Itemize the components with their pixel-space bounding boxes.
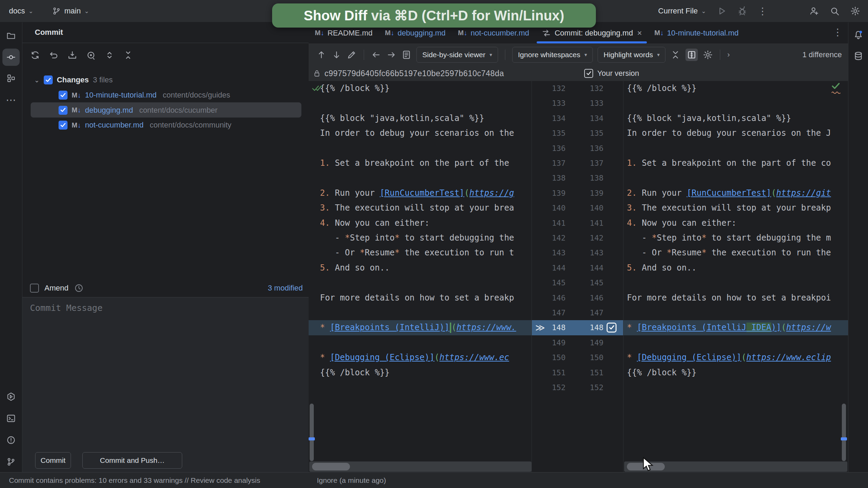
file-checkbox[interactable] (59, 106, 68, 115)
lock-icon (313, 69, 321, 78)
markdown-file-icon: M↓ (72, 106, 81, 114)
right-code-line: 4. Now you can either: (623, 216, 848, 231)
refresh-icon[interactable] (30, 50, 40, 60)
line-number-left: 141 (535, 216, 566, 231)
your-version-title: Your version (584, 66, 639, 81)
close-tab-icon[interactable]: × (637, 28, 642, 38)
right-vertical-scrollbar[interactable] (842, 404, 846, 461)
gutter-row-141: 141141 (532, 216, 623, 231)
expand-toolbar-chevron-icon[interactable]: › (727, 50, 730, 59)
line-number-left: 149 (535, 335, 566, 350)
right-code-line: For more details on how to set a breakpo… (623, 291, 848, 305)
left-code-line: - *Step into* to start debugging the (309, 231, 531, 245)
compare-next-file-icon[interactable] (386, 50, 396, 60)
database-tool-icon[interactable] (852, 50, 865, 62)
shelve-icon[interactable] (67, 50, 78, 60)
highlight-mode-dropdown[interactable]: Highlight words ▾ (598, 47, 665, 63)
rollback-icon[interactable] (49, 50, 59, 60)
services-tool-icon[interactable] (5, 390, 17, 403)
modified-files-link[interactable]: 3 modified (268, 284, 303, 293)
structure-tool-icon[interactable] (5, 72, 17, 84)
file-row-10-minute-tutorial-md[interactable]: M↓10-minute-tutorial.mdcontent/docs/guid… (59, 88, 230, 103)
expand-all-icon[interactable] (104, 50, 115, 60)
file-checkbox[interactable] (59, 91, 68, 100)
file-name: debugging.md (85, 106, 133, 115)
whitespace-dropdown[interactable]: Ignore whitespaces ▾ (512, 47, 593, 63)
tab-10-minute-tutorial-md[interactable]: M↓10-minute-tutorial.md (648, 22, 745, 43)
right-code-line (623, 305, 848, 320)
viewer-mode-value: Side-by-side viewer (422, 51, 485, 59)
branch-selector[interactable]: main ⌄ (52, 7, 89, 16)
left-code-line (309, 141, 531, 156)
kebab-menu-icon[interactable]: ⋮ (758, 6, 767, 17)
line-number-right: 142 (572, 231, 603, 245)
line-number-right: 138 (572, 171, 603, 185)
run-configuration-selector[interactable]: Current File ⌄ (658, 7, 706, 16)
changes-group-row[interactable]: ⌄ Changes 3 files (34, 72, 113, 88)
next-difference-icon[interactable] (331, 50, 342, 60)
inspections-status-icon[interactable] (831, 82, 841, 94)
right-code-line: {{% block "java,kotlin,scala" %}} (623, 111, 848, 126)
chevron-down-icon[interactable]: ⌄ (34, 76, 40, 84)
left-code-line (309, 96, 531, 111)
gutter-row-136: 136136 (532, 141, 623, 156)
problems-tool-icon[interactable] (5, 434, 17, 446)
jump-to-source-pencil-icon[interactable] (347, 50, 357, 60)
left-horizontal-thumb[interactable] (312, 463, 350, 470)
left-code-line (309, 171, 531, 185)
run-button[interactable] (716, 6, 727, 16)
line-number-right: 133 (572, 96, 603, 111)
right-horizontal-scrollbar[interactable] (624, 461, 847, 472)
line-number-right: 150 (572, 350, 603, 365)
git-tool-icon[interactable] (5, 456, 17, 468)
left-code-line: 2. Run your [RunCucumberTest](https://g (309, 186, 531, 201)
left-change-marker[interactable] (309, 437, 315, 440)
commit-and-push-button[interactable]: Commit and Push… (82, 452, 182, 469)
diff-right-pane[interactable]: {{% /block %}}{{% block "java,kotlin,sca… (623, 81, 848, 472)
your-version-checkbox[interactable] (584, 69, 593, 78)
line-number-left: 148 (535, 320, 566, 335)
compare-previous-file-icon[interactable] (371, 50, 381, 60)
debug-button[interactable] (737, 6, 747, 16)
terminal-tool-icon[interactable] (5, 412, 17, 425)
dropdown-arrow-icon: ▾ (489, 52, 492, 58)
status-ignore-link[interactable]: Ignore (a minute ago) (317, 472, 386, 488)
show-diff-preview-icon[interactable] (86, 50, 96, 60)
commit-history-icon[interactable] (74, 283, 84, 293)
amend-checkbox[interactable] (30, 284, 39, 293)
commit-button[interactable]: Commit (35, 452, 71, 469)
diff-settings-gear-icon[interactable] (703, 50, 713, 60)
left-code-line: {{% /block %}} (309, 81, 531, 96)
gutter-row-133: 133133 (532, 96, 623, 111)
right-tool-strip (848, 22, 868, 472)
left-vertical-scrollbar[interactable] (310, 404, 314, 461)
collapse-unchanged-icon[interactable] (670, 50, 681, 60)
include-change-checkbox[interactable] (607, 323, 617, 333)
file-row-not-cucumber-md[interactable]: M↓not-cucumber.mdcontent/docs/community (59, 118, 231, 133)
left-code-line (309, 305, 531, 320)
project-tool-icon[interactable] (5, 29, 17, 42)
file-row-debugging-md[interactable]: M↓debugging.mdcontent/docs/cucumber (59, 103, 218, 118)
tab-options-kebab-icon[interactable]: ⋮ (833, 27, 843, 38)
previous-difference-icon[interactable] (316, 50, 327, 60)
notifications-bell-icon[interactable] (852, 29, 865, 41)
go-to-changed-file-icon[interactable] (401, 50, 412, 60)
viewer-mode-dropdown[interactable]: Side-by-side viewer ▾ (416, 47, 498, 63)
changes-checkbox[interactable] (44, 75, 53, 84)
search-icon[interactable] (829, 6, 840, 16)
file-checkbox[interactable] (59, 121, 68, 130)
add-user-button[interactable] (809, 6, 819, 16)
chevron-down-icon: ⌄ (28, 8, 33, 15)
settings-gear-icon[interactable] (850, 6, 860, 16)
project-selector[interactable]: docs ⌄ (9, 7, 33, 16)
commit-message-editor[interactable]: Commit Message Commit Commit and Push… (22, 297, 309, 472)
more-tools-icon[interactable]: ⋯ (5, 93, 17, 106)
collapse-all-icon[interactable] (123, 50, 133, 60)
right-change-marker[interactable] (841, 437, 847, 440)
diff-left-pane[interactable]: {{% /block %}}{{% block "java,kotlin,sca… (309, 81, 531, 472)
commit-tool-icon[interactable] (5, 51, 17, 63)
left-horizontal-scrollbar[interactable] (309, 461, 531, 472)
line-number-left: 132 (535, 81, 566, 96)
synchronize-scrolling-icon[interactable] (685, 49, 698, 61)
line-number-right: 137 (572, 156, 603, 171)
